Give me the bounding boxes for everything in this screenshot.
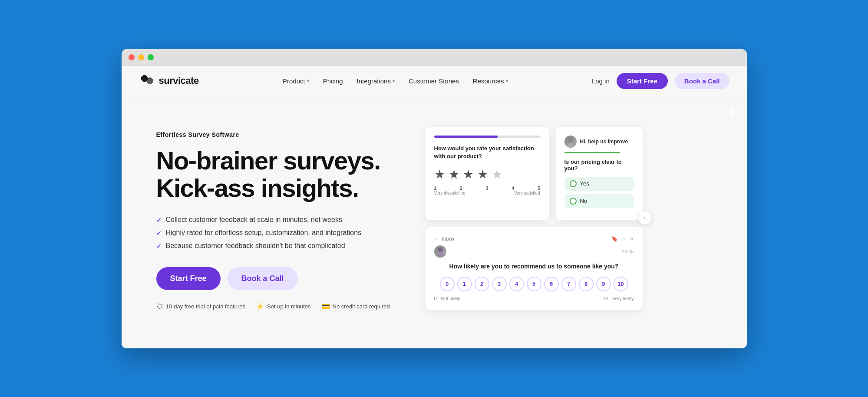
nav-link-customer-stories[interactable]: Customer Stories	[409, 77, 459, 85]
radio-no[interactable]	[570, 198, 577, 205]
close-button[interactable]	[129, 54, 135, 60]
hero-left: Effortless Survey Software No-brainer su…	[156, 122, 399, 311]
nps-label-left: 0 - Not likely	[434, 296, 461, 301]
nav-item-resources[interactable]: Resources ▾	[473, 77, 508, 85]
nav-item-customer-stories[interactable]: Customer Stories	[409, 77, 459, 85]
nps-inbox-label[interactable]: ← ← Inbox Inbox	[434, 236, 455, 242]
stars-row: ★ ★ ★ ★ ★	[434, 167, 540, 182]
bullet-1: ✓ Collect customer feedback at scale in …	[156, 216, 399, 224]
nps-5[interactable]: 5	[527, 277, 541, 291]
nps-scale-labels: 0 - Not likely 10 - Very likely	[434, 296, 634, 301]
nps-avatar	[434, 245, 446, 258]
no-option[interactable]: No	[564, 194, 634, 208]
star-labels: Very dissatisfied Very satisfied	[434, 191, 540, 195]
nps-0[interactable]: 0	[440, 277, 455, 291]
yesno-question: Is our pricing clear to you?	[564, 159, 634, 172]
bullet-2: ✓ Highly rated for effortless setup, cus…	[156, 229, 399, 237]
star-nums: 1 2 3 4 5	[434, 186, 540, 191]
close-icon[interactable]: ✕	[630, 236, 634, 242]
hero-title: No-brainer surveys. Kick-ass insights.	[156, 147, 399, 202]
start-free-button[interactable]: Start Free	[617, 73, 668, 89]
nps-scale: 0 1 2 3 4 5 6 7 8 9 10	[434, 277, 634, 291]
nav-links: Product ▾ Pricing Integrations ▾	[283, 77, 508, 85]
star-4[interactable]: ★	[477, 167, 488, 182]
hero-section: Effortless Survey Software No-brainer su…	[122, 96, 747, 348]
hero-bullets: ✓ Collect customer feedback at scale in …	[156, 216, 399, 250]
nps-1[interactable]: 1	[457, 277, 472, 291]
hero-cta: Start Free Book a Call	[156, 267, 399, 290]
label-very-satisfied: Very satisfied	[514, 191, 540, 195]
label-very-dissatisfied: Very dissatisfied	[434, 191, 465, 195]
nps-10[interactable]: 10	[614, 277, 628, 291]
shield-icon: 🛡	[156, 303, 163, 311]
navbar: survicate Product ▾ Pricing Integrati	[122, 66, 747, 96]
maximize-button[interactable]	[148, 54, 154, 60]
yes-option[interactable]: Yes	[564, 177, 634, 191]
star-2[interactable]: ★	[449, 167, 459, 182]
nps-4[interactable]: 4	[509, 277, 524, 291]
minimize-button[interactable]	[138, 54, 144, 60]
nps-8[interactable]: 8	[579, 277, 594, 291]
login-button[interactable]: Log in	[592, 77, 610, 85]
green-progress-line	[564, 152, 620, 153]
svg-point-1	[566, 143, 575, 148]
yesno-survey-card: Hi, help us improve Is our pricing clear…	[556, 127, 643, 220]
progress-bar	[434, 136, 540, 138]
chevron-down-icon: ▾	[307, 79, 309, 83]
book-call-nav-button[interactable]: Book a Call	[675, 73, 729, 89]
nav-link-resources[interactable]: Resources ▾	[473, 77, 508, 85]
rating-survey-card: How would you rate your satisfaction wit…	[426, 127, 549, 220]
hero-start-free-button[interactable]: Start Free	[156, 267, 221, 290]
logo-icon	[139, 73, 155, 89]
star-1[interactable]: ★	[434, 167, 445, 182]
star-5[interactable]: ★	[492, 167, 502, 182]
nav-item-integrations[interactable]: Integrations ▾	[357, 77, 395, 85]
browser-window: survicate Product ▾ Pricing Integrati	[122, 49, 747, 348]
star-icon[interactable]: ☆	[621, 236, 626, 242]
logo-text: survicate	[159, 75, 199, 86]
hero-title-line2: Kick-ass insights.	[156, 174, 359, 202]
nav-link-pricing[interactable]: Pricing	[323, 77, 343, 85]
nps-user-left	[434, 245, 446, 258]
yesno-greeting: Hi, help us improve	[564, 136, 634, 148]
nav-item-product[interactable]: Product ▾	[283, 77, 309, 85]
bookmark-icon[interactable]: 🔖	[611, 236, 618, 242]
nav-link-integrations[interactable]: Integrations ▾	[357, 77, 395, 85]
nps-9[interactable]: 9	[596, 277, 611, 291]
checkmark-icon: ✓	[156, 230, 162, 237]
yes-label: Yes	[580, 180, 589, 187]
clock-icon: ⚡	[256, 302, 264, 311]
greeting-text: Hi, help us improve	[580, 139, 628, 145]
nps-user-row: 23:45	[434, 245, 634, 258]
star-3[interactable]: ★	[463, 167, 474, 182]
trust-item-setup: ⚡ Set up in minutes	[256, 302, 310, 311]
nps-7[interactable]: 7	[561, 277, 576, 291]
trust-item-trial: 🛡 10-day free trial of paid features	[156, 303, 246, 311]
chevron-right-decoration[interactable]: ›	[638, 212, 651, 225]
nps-survey-card: ← ← Inbox Inbox 🔖 ☆ ✕	[426, 227, 643, 310]
bullet-3: ✓ Because customer feedback shouldn't be…	[156, 242, 399, 250]
card-icon: 💳	[321, 302, 330, 311]
nps-icons: 🔖 ☆ ✕	[611, 236, 634, 242]
logo[interactable]: survicate	[139, 73, 199, 89]
nps-2[interactable]: 2	[475, 277, 489, 291]
svg-point-0	[568, 137, 573, 142]
nps-label-right: 10 - Very likely	[603, 296, 634, 301]
svg-point-2	[438, 247, 443, 252]
nav-actions: Log in Start Free Book a Call	[592, 73, 729, 89]
back-arrow-icon: ←	[434, 236, 439, 242]
radio-yes[interactable]	[570, 180, 577, 187]
chevron-down-icon: ▾	[506, 79, 508, 83]
hero-title-line1: No-brainer surveys.	[156, 146, 380, 175]
nav-link-product[interactable]: Product ▾	[283, 77, 309, 85]
hero-book-call-button[interactable]: Book a Call	[228, 267, 298, 290]
nps-6[interactable]: 6	[544, 277, 559, 291]
checkmark-icon: ✓	[156, 217, 162, 224]
nps-time: 23:45	[622, 249, 634, 254]
nps-3[interactable]: 3	[492, 277, 507, 291]
avatar	[564, 136, 577, 148]
nav-item-pricing[interactable]: Pricing	[323, 77, 343, 85]
nps-question: How likely are you to recommend us to so…	[434, 263, 634, 270]
browser-titlebar	[122, 49, 747, 66]
progress-fill	[434, 136, 498, 138]
